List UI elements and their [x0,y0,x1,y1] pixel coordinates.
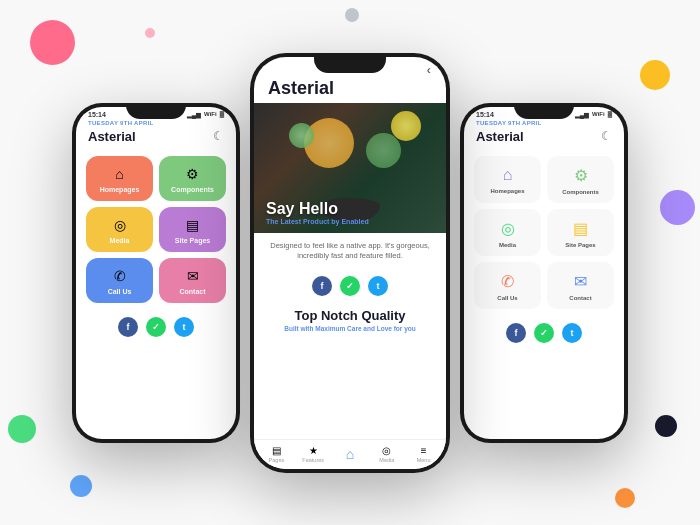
hero-subtitle: The Latest Product by Enabled [266,218,434,225]
section-subtitle-center: Built with Maximum Care and Love for you [254,325,446,338]
icon-contact-left: ✉ [187,268,199,284]
social-row-center: f ✓ t [254,268,446,304]
label-sitepages-left: Site Pages [175,237,210,244]
label-media-left: Media [110,237,130,244]
icon-contact-right: ✉ [574,272,587,291]
date-left: TUESDAY 9TH APRIL [76,120,236,126]
hero-overlay: Say Hello The Latest Product by Enabled [254,192,446,233]
label-contact-right: Contact [569,295,591,301]
twitter-btn-center[interactable]: t [368,276,388,296]
tab-icon-home: ⌂ [346,446,354,462]
tab-icon-media: ◎ [382,445,391,456]
food-decor-1 [391,111,421,141]
tab-label-menu: Menu [417,457,431,463]
label-homepages-left: Homepages [100,186,140,193]
twitter-btn-left[interactable]: t [174,317,194,337]
label-media-right: Media [499,242,516,248]
tab-pages[interactable]: ▤ Pages [258,445,295,463]
icon-components-right: ⚙ [574,166,588,185]
app-title-right: Asterial [476,129,524,144]
hero-image-center: Say Hello The Latest Product by Enabled [254,103,446,233]
social-row-left: f ✓ t [76,309,236,345]
card-sitepages-left[interactable]: ▤ Site Pages [159,207,226,252]
card-contact-left[interactable]: ✉ Contact [159,258,226,303]
whatsapp-btn-right[interactable]: ✓ [534,323,554,343]
icon-sitepages-left: ▤ [186,217,199,233]
facebook-btn-center[interactable]: f [312,276,332,296]
label-callus-right: Call Us [497,295,517,301]
tab-icon-pages: ▤ [272,445,281,456]
icon-media-left: ◎ [114,217,126,233]
label-callus-left: Call Us [108,288,132,295]
hero-title: Say Hello [266,200,434,218]
moon-icon-right: ☾ [601,129,612,143]
notch-center [314,53,386,73]
wifi-right: WiFi [592,111,605,117]
card-media-left[interactable]: ◎ Media [86,207,153,252]
card-sitepages-right[interactable]: ▤ Site Pages [547,209,614,256]
card-contact-right[interactable]: ✉ Contact [547,262,614,309]
label-homepages-right: Homepages [490,188,524,194]
icon-grid-left: ⌂ Homepages ⚙ Components ◎ Media ▤ Site … [76,150,236,309]
description-center: Designed to feel like a native app. It's… [254,233,446,268]
app-title-left: Asterial [88,129,136,144]
tab-label-features: Features [302,457,324,463]
tab-label-media: Media [379,457,394,463]
whatsapp-btn-left[interactable]: ✓ [146,317,166,337]
phones-container: 15:14 ▂▄▆ WiFi ▓ TUESDAY 9TH APRIL Aster… [0,0,700,525]
phone-center: ☾ Asterial Say Hello The Latest Product … [250,53,450,473]
signal-right: ▂▄▆ [575,111,589,118]
tab-media[interactable]: ◎ Media [368,445,405,463]
date-right: TUESDAY 9TH APRIL [464,120,624,126]
screen-right: 15:14 ▂▄▆ WiFi ▓ TUESDAY 9TH APRIL Aster… [464,107,624,439]
status-icons-left: ▂▄▆ WiFi ▓ [187,111,224,118]
moon-center: ☾ [427,67,432,74]
icon-homepages-left: ⌂ [115,166,123,182]
notch-right [514,103,574,119]
card-callus-left[interactable]: ✆ Call Us [86,258,153,303]
notch-left [126,103,186,119]
moon-icon-left: ☾ [213,129,224,143]
card-components-right[interactable]: ⚙ Components [547,156,614,203]
tab-icon-features: ★ [309,445,318,456]
icon-callus-right: ✆ [501,272,514,291]
facebook-btn-right[interactable]: f [506,323,526,343]
tab-home-active[interactable]: ⌂ [332,446,369,463]
screen-left: 15:14 ▂▄▆ WiFi ▓ TUESDAY 9TH APRIL Aster… [76,107,236,439]
icon-sitepages-right: ▤ [573,219,588,238]
tab-label-pages: Pages [269,457,285,463]
facebook-btn-left[interactable]: f [118,317,138,337]
app-header-center: Asterial [254,76,446,103]
tab-features[interactable]: ★ Features [295,445,332,463]
time-right: 15:14 [476,111,494,118]
icon-callus-left: ✆ [114,268,126,284]
icon-grid-right: ⌂ Homepages ⚙ Components ◎ Media ▤ Site … [464,150,624,315]
label-components-left: Components [171,186,214,193]
app-title-center: Asterial [268,78,334,99]
whatsapp-btn-center[interactable]: ✓ [340,276,360,296]
tab-menu[interactable]: ≡ Menu [405,445,442,463]
icon-homepages-right: ⌂ [503,166,513,184]
screen-center: ☾ Asterial Say Hello The Latest Product … [254,57,446,469]
tab-icon-menu: ≡ [421,445,427,456]
status-icons-center: ☾ [427,67,432,74]
section-title-center: Top Notch Quality [254,304,446,325]
card-callus-right[interactable]: ✆ Call Us [474,262,541,309]
phone-right: 15:14 ▂▄▆ WiFi ▓ TUESDAY 9TH APRIL Aster… [460,103,628,443]
tab-bar-center: ▤ Pages ★ Features ⌂ ◎ Media ≡ Menu [254,439,446,469]
wifi-left: WiFi [204,111,217,117]
time-left: 15:14 [88,111,106,118]
label-components-right: Components [562,189,599,195]
battery-left: ▓ [220,111,224,117]
twitter-btn-right[interactable]: t [562,323,582,343]
card-components-left[interactable]: ⚙ Components [159,156,226,201]
battery-right: ▓ [608,111,612,117]
food-decor-2 [289,123,314,148]
card-homepages-left[interactable]: ⌂ Homepages [86,156,153,201]
card-media-right[interactable]: ◎ Media [474,209,541,256]
phone-left: 15:14 ▂▄▆ WiFi ▓ TUESDAY 9TH APRIL Aster… [72,103,240,443]
social-row-right: f ✓ t [464,315,624,351]
app-header-left: Asterial ☾ [76,127,236,150]
card-homepages-right[interactable]: ⌂ Homepages [474,156,541,203]
status-icons-right: ▂▄▆ WiFi ▓ [575,111,612,118]
